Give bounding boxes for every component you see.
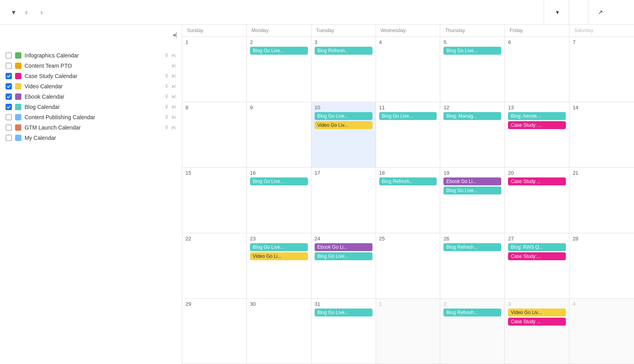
calendar-cell[interactable]: 18Blog Refresh... (376, 168, 441, 233)
calendar-checkbox-gtm-launch[interactable] (6, 124, 12, 131)
calendar-cell[interactable]: 22 (182, 233, 247, 299)
filter-icon-case-study[interactable]: ⊽ (165, 73, 168, 79)
calendar-cell[interactable]: 23Blog Go Live...Video Go Li... (247, 233, 311, 299)
calendar-event[interactable]: Case Study ... (508, 177, 566, 185)
calendar-event[interactable]: Blog: Manag... (443, 112, 501, 120)
calendar-cell[interactable]: 11Blog Go Live... (376, 102, 441, 168)
calendar-event[interactable]: Case Study ... (508, 318, 566, 326)
calendar-cell[interactable]: 19Ebook Go Li...Blog Go Live... (440, 168, 505, 233)
calendar-cell[interactable]: 27Blog: RWS Q...Case Study:... (505, 233, 569, 299)
filter-icon-infographics[interactable]: ⊽ (165, 53, 168, 58)
calendar-checkbox-case-study[interactable] (6, 73, 12, 79)
calendar-event[interactable]: Blog: RWS Q... (508, 243, 566, 251)
calendar-cell[interactable]: 6 (505, 37, 569, 102)
share-icon-content-publishing[interactable]: ⋉ (172, 114, 176, 120)
calendar-event[interactable]: Ebook Go Li... (443, 177, 501, 185)
calendar-checkbox-blog[interactable] (6, 104, 12, 110)
calendar-cell[interactable]: 1 (376, 299, 441, 364)
calendar-cell[interactable]: 26Blog Refresh... (440, 233, 505, 299)
calendar-cell[interactable]: 10Blog Go Live...Video Go Liv... (311, 102, 376, 168)
calendar-cell[interactable]: 24Ebook Go Li...Blog Go Live... (311, 233, 376, 299)
calendar-cell[interactable]: 12Blog: Manag... (440, 102, 505, 168)
calendar-cell[interactable]: 20Case Study ... (505, 168, 569, 233)
leave-feedback-button[interactable] (569, 0, 588, 25)
calendar-event[interactable]: Case Study: ... (508, 121, 566, 129)
sidebar-item-my-calendar[interactable]: My Calendar (5, 133, 177, 143)
sidebar-item-ebook[interactable]: Ebook Calendar⊽⋉ (5, 91, 177, 102)
collapse-sidebar-button[interactable]: ◂| (172, 31, 177, 38)
calendar-event[interactable]: Blog Go Live... (379, 112, 437, 120)
calendar-event[interactable]: Video Go Li... (250, 252, 308, 260)
share-icon-ebook[interactable]: ⋉ (172, 94, 176, 99)
calendar-cell[interactable]: 30 (247, 299, 311, 364)
share-icon-blog[interactable]: ⋉ (172, 104, 176, 110)
calendar-cell[interactable]: 4 (376, 37, 441, 102)
calendar-cell[interactable]: 17 (311, 168, 376, 233)
filter-icon-ebook[interactable]: ⊽ (165, 94, 168, 99)
calendar-checkbox-content-team[interactable] (6, 63, 12, 69)
filter-icon-video[interactable]: ⊽ (165, 84, 168, 89)
prev-month-button[interactable]: ‹ (22, 6, 31, 18)
calendar-event[interactable]: Video Go Liv... (508, 309, 566, 316)
calendar-checkbox-infographics[interactable] (6, 52, 12, 59)
calendar-cell[interactable]: 16Blog Go Live... (247, 168, 311, 233)
calendar-cell[interactable]: 31Blog Go Live... (311, 299, 376, 364)
calendar-event[interactable]: Blog Refresh... (379, 177, 437, 185)
share-icon-gtm-launch[interactable]: ⋉ (172, 125, 176, 130)
sidebar-item-video[interactable]: Video Calendar⊽⋉ (5, 81, 177, 91)
calendar-event[interactable]: Video Go Liv... (315, 121, 372, 129)
calendar-cell[interactable]: 21 (569, 168, 634, 233)
calendar-event[interactable]: Case Study:... (508, 252, 566, 260)
calendar-cell[interactable]: 13Blog: Aerote...Case Study: ... (505, 102, 569, 168)
calendar-event[interactable]: Blog Refresh... (315, 47, 372, 55)
calendar-cell[interactable]: 1 (182, 37, 247, 102)
calendar-cell[interactable]: 15 (182, 168, 247, 233)
calendar-cell[interactable]: 5Blog Go Live... (440, 37, 505, 102)
calendar-checkbox-content-publishing[interactable] (6, 114, 12, 120)
external-link-button[interactable]: ↗ (588, 0, 615, 25)
month-view-button[interactable]: ▾ (544, 0, 569, 25)
calendar-cell[interactable]: 4 (569, 299, 634, 364)
calendar-cell[interactable]: 9 (247, 102, 311, 168)
calendar-event[interactable]: Blog Go Live... (443, 47, 501, 55)
calendar-event[interactable]: Blog Go Live... (250, 177, 308, 185)
calendar-event[interactable]: Blog Go Live... (250, 243, 308, 251)
calendar-event[interactable]: Blog Refresh... (443, 309, 501, 316)
calendar-cell[interactable]: 14 (569, 102, 634, 168)
calendar-event[interactable]: Blog Go Live... (250, 47, 308, 55)
calendar-cell[interactable]: 25 (376, 233, 441, 299)
calendar-event[interactable]: Blog Go Live... (443, 187, 501, 194)
sidebar-item-content-team[interactable]: Content Team PTO⋉ (5, 61, 177, 71)
sidebar-item-case-study[interactable]: Case Study Calendar⊽⋉ (5, 71, 177, 81)
sidebar-item-gtm-launch[interactable]: GTM Launch Calendar⊽⋉ (5, 122, 177, 133)
calendar-cell[interactable]: 7 (569, 37, 634, 102)
calendar-checkbox-ebook[interactable] (6, 93, 12, 100)
month-dropdown-button[interactable]: ▾ (9, 6, 19, 18)
next-month-button[interactable]: › (37, 6, 46, 18)
calendar-checkbox-video[interactable] (6, 83, 12, 90)
share-icon-case-study[interactable]: ⋉ (172, 73, 176, 79)
calendar-event[interactable]: Blog Go Live... (315, 252, 372, 260)
filter-icon-content-publishing[interactable]: ⊽ (165, 114, 168, 120)
calendar-cell[interactable]: 28 (569, 233, 634, 299)
calendar-event[interactable]: Blog Go Live... (315, 309, 372, 316)
share-icon-infographics[interactable]: ⋉ (172, 53, 176, 58)
calendar-event[interactable]: Blog: Aerote... (508, 112, 566, 120)
calendar-cell[interactable]: 8 (182, 102, 247, 168)
calendar-event[interactable]: Ebook Go Li... (315, 243, 372, 251)
filter-icon-gtm-launch[interactable]: ⊽ (165, 125, 168, 130)
calendar-event[interactable]: Blog Go Live... (315, 112, 372, 120)
calendar-cell[interactable]: 3Blog Refresh... (311, 37, 376, 102)
share-icon-content-team[interactable]: ⋉ (172, 63, 176, 69)
filter-icon-blog[interactable]: ⊽ (165, 104, 168, 110)
sidebar-item-infographics[interactable]: Infographics Calendar⊽⋉ (5, 50, 177, 61)
sidebar-item-content-publishing[interactable]: Content Publishing Calendar⊽⋉ (5, 112, 177, 122)
new-calendar-button[interactable] (5, 43, 177, 45)
more-options-button[interactable] (615, 0, 628, 25)
share-icon-video[interactable]: ⋉ (172, 84, 176, 89)
calendar-cell[interactable]: 2Blog Go Live... (247, 37, 311, 102)
calendar-cell[interactable]: 2Blog Refresh... (440, 299, 505, 364)
calendar-checkbox-my-calendar[interactable] (6, 135, 12, 141)
sidebar-item-blog[interactable]: Blog Calendar⊽⋉ (5, 102, 177, 112)
calendar-cell[interactable]: 29 (182, 299, 247, 364)
